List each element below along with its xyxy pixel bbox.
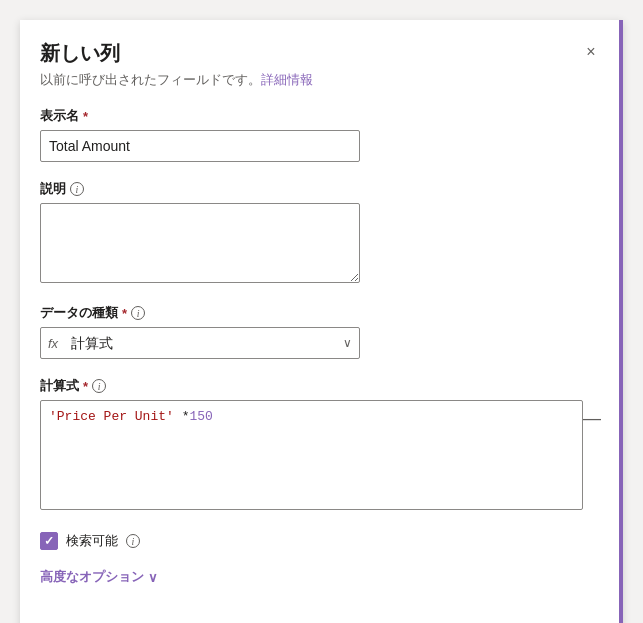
detail-info-link[interactable]: 詳細情報 bbox=[261, 72, 313, 87]
panel-title: 新しい列 bbox=[40, 40, 603, 67]
display-name-input[interactable] bbox=[40, 130, 360, 162]
advanced-options-button[interactable]: 高度なオプション ∨ bbox=[40, 568, 158, 586]
searchable-info-icon[interactable]: i bbox=[126, 534, 140, 548]
required-star-formula: * bbox=[83, 379, 88, 394]
formula-label: 計算式 * i bbox=[40, 377, 603, 395]
data-type-info-icon[interactable]: i bbox=[131, 306, 145, 320]
description-section: 説明 i bbox=[40, 180, 603, 286]
searchable-row: ✓ 検索可能 i bbox=[40, 532, 603, 550]
panel-header: 新しい列 以前に呼び出されたフィールドです。詳細情報 bbox=[40, 40, 603, 89]
description-input[interactable] bbox=[40, 203, 360, 283]
advanced-options-section: 高度なオプション ∨ bbox=[40, 568, 603, 586]
accent-bar bbox=[619, 20, 623, 623]
new-column-panel: 新しい列 以前に呼び出されたフィールドです。詳細情報 × 表示名 * 説明 i … bbox=[20, 20, 623, 623]
formula-editor[interactable]: 'Price Per Unit' *150 bbox=[40, 400, 583, 510]
data-type-label: データの種類 * i bbox=[40, 304, 603, 322]
formula-info-icon[interactable]: i bbox=[92, 379, 106, 393]
searchable-checkbox[interactable]: ✓ bbox=[40, 532, 58, 550]
data-type-select[interactable]: 計算式 テキスト 数値 日付 bbox=[40, 327, 360, 359]
data-type-select-wrapper: fx 計算式 テキスト 数値 日付 ∨ bbox=[40, 327, 360, 359]
display-name-section: 表示名 * bbox=[40, 107, 603, 162]
subtitle-text: 以前に呼び出されたフィールドです。 bbox=[40, 72, 261, 87]
scroll-indicator: — bbox=[583, 408, 601, 429]
display-name-label: 表示名 * bbox=[40, 107, 603, 125]
advanced-options-label: 高度なオプション bbox=[40, 568, 144, 586]
searchable-label: 検索可能 bbox=[66, 532, 118, 550]
formula-operator-part: * bbox=[174, 409, 190, 424]
chevron-down-icon-advanced: ∨ bbox=[148, 570, 158, 585]
close-button[interactable]: × bbox=[577, 38, 605, 66]
formula-container: 'Price Per Unit' *150 — bbox=[40, 400, 603, 510]
description-label: 説明 i bbox=[40, 180, 603, 198]
panel-subtitle: 以前に呼び出されたフィールドです。詳細情報 bbox=[40, 71, 603, 89]
required-star: * bbox=[83, 109, 88, 124]
required-star-type: * bbox=[122, 306, 127, 321]
formula-section: 計算式 * i 'Price Per Unit' *150 — bbox=[40, 377, 603, 510]
data-type-section: データの種類 * i fx 計算式 テキスト 数値 日付 ∨ bbox=[40, 304, 603, 359]
formula-string-part: 'Price Per Unit' bbox=[49, 409, 174, 424]
formula-number-part: 150 bbox=[189, 409, 212, 424]
checkmark-icon: ✓ bbox=[44, 535, 54, 547]
description-info-icon[interactable]: i bbox=[70, 182, 84, 196]
